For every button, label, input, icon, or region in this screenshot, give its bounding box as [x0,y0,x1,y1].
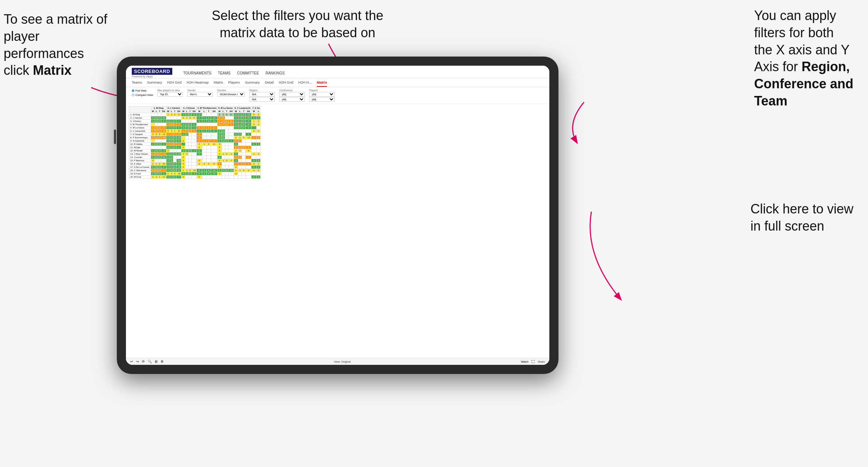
tab-detail[interactable]: Detail [265,78,274,87]
compact-view-option[interactable]: Compact View [132,93,153,97]
compact-view-radio[interactable] [132,94,134,96]
annotation-top-center: Select the filters you want thematrix da… [212,7,383,42]
sub-nav: Teams Summary H2H Grid H2H Heatmap Matri… [126,78,549,87]
screen-icon[interactable]: ⛶ [531,360,535,363]
toolbar-left: ↩ ↪ ⟳ 🔍 ⊞ ⚙ [130,360,164,363]
matrix-table: 1. W Ding 2. L Clanton 3. J Koivun 4. M … [129,106,261,179]
toolbar: ↩ ↪ ⟳ 🔍 ⊞ ⚙ View: Original Watch ⛶ Share [126,358,549,365]
table-row: 10. B Valdes 1101 0100 01011 0 0 11 [129,143,261,146]
grid-icon[interactable]: ⊞ [155,360,158,363]
region-select-1[interactable]: N/A [249,92,275,97]
table-row: 6. C Lamprecht 100-16 24124 3000 1106 00… [129,130,261,133]
share-button[interactable]: Share [538,360,545,363]
scoreboard-logo: SCOREBOARD Powered by clippd [132,68,172,78]
conference-select-2[interactable]: (All) [279,97,305,102]
nav-committee[interactable]: COMMITTEE [237,70,259,77]
settings-icon[interactable]: ⚙ [161,360,164,363]
undo-icon[interactable]: ↩ [130,360,133,363]
table-row: 13. J Skov Olesen 110-3 210-19 10 0 220-… [129,153,261,156]
tablet-screen: SCOREBOARD Powered by clippd TOURNAMENTS… [126,66,549,365]
table-row: 20. M Ford 331-11 0107 0 0 11 [129,175,261,179]
annotation-top-right: You can applyfilters for boththe X axis … [754,7,853,110]
table-row: 14. J Lundin 11010 11 0 0 00-7 [129,156,261,159]
col-clamprecht-header: 6. C Lamprecht [234,107,251,110]
table-row: 4. M Thorbjornsen 1010 1011 0101 110-6 0… [129,123,261,126]
tab-players[interactable]: Players [228,78,240,87]
tablet-frame: SCOREBOARD Powered by clippd TOURNAMENTS… [117,57,558,374]
zoom-icon[interactable]: 🔍 [148,360,152,363]
filter-players: Players (All) (All) [309,89,335,102]
nav-tournaments[interactable]: TOURNAMENTS [183,70,211,77]
filter-gender: Gender Men's [187,89,213,97]
full-view-radio[interactable] [132,89,134,92]
filter-bar: Full View Compact View Max players in vi… [126,87,549,104]
filter-region: Region N/A N/A [249,89,275,102]
toolbar-right: Watch ⛶ Share [521,360,545,363]
col-jkoivun-header: 3. J Koivun [181,107,197,110]
table-row: 3. J Koivun 1102 0102 01013 04011 0103 1… [129,120,261,123]
table-row: 11. M Ege 0101 0 0 0 0104 [129,146,261,149]
table-row: 17. S De La Fuente 2000 110-8 0 0 0 02 [129,166,261,169]
tab-summary2[interactable]: Summary [245,78,260,87]
tab-h2h-grid1[interactable]: H2H Grid [167,78,182,87]
logo-sub: Powered by clippd [132,75,172,78]
table-row: 12. M Riedel 110-6 0 1101 0 0 00-6 [129,149,261,153]
filter-view-options: Full View Compact View [132,89,153,97]
matrix-container[interactable]: 1. W Ding 2. L Clanton 3. J Koivun 4. M … [126,104,549,358]
tab-h2h-grid2[interactable]: H2H Grid [279,78,293,87]
tab-teams[interactable]: Teams [132,78,142,87]
nav-teams[interactable]: TEAMS [218,70,230,77]
annotation-bottom-right: Click here to viewin full screen [750,201,853,235]
reload-icon[interactable]: ⟳ [142,360,145,363]
table-row: 18. C Sherwood 2001 1300 110-15 01013 22… [129,169,261,172]
toolbar-center: View: Original [334,360,350,363]
table-row: 8. P Summerhays 512-48 220-16 0 00 010-1… [129,136,261,139]
players-select-1[interactable]: (All) [309,92,335,97]
table-row: 7. G Sargent 200-16 220-15 00 0 00 003 [129,133,261,136]
gender-select[interactable]: Men's [187,92,213,97]
col-mthorbjornsen-header: 4. M Thorbjornsen [197,107,218,110]
players-select-2[interactable]: (All) [309,97,335,102]
col-lclanton-header: 2. L Clanton [166,107,181,110]
tab-matrix-active[interactable]: Matrix [317,78,327,87]
nav-rankings[interactable]: RANKINGS [265,70,284,77]
main-nav: TOURNAMENTS TEAMS COMMITTEE RANKINGS [183,70,285,77]
table-row: 16. K Vilips 210-25 2204 0 3308 0 0100 0… [129,162,261,166]
scoreboard-header: SCOREBOARD Powered by clippd TOURNAMENTS… [126,66,549,78]
table-row: 5. M La Sasso 100-6 1100 1101 1010 1003 [129,126,261,130]
filter-max-players: Max players in view Top 25 [157,89,183,97]
col-mlasasso-header: 5. M La Sasso [218,107,234,110]
col-player-header [129,107,151,113]
tab-summary1[interactable]: Summary [147,78,162,87]
conference-select-1[interactable]: (All) [279,92,305,97]
region-select-2[interactable]: N/A [249,97,275,102]
table-row: 15. P Maichon 0 11-19 0 0 410-7 1 22 [129,159,261,162]
col-gsa-header: 7. G Sa [251,107,261,110]
tab-h2h-h[interactable]: H2H H... [299,78,312,87]
redo-icon[interactable]: ↪ [136,360,139,363]
filter-conference: Conference (All) (All) [279,89,305,102]
table-row: 19. D Ford 2001 240-20 010-1 01013 0 0 [129,172,261,175]
division-select[interactable]: NCAA Division I [217,92,245,97]
tab-matrix1[interactable]: Matrix [214,78,223,87]
watch-button[interactable]: Watch [521,360,529,363]
table-row: 9. N Gabrelcik 0009 0 0101 1111 01 [129,139,261,143]
logo-main: SCOREBOARD [132,68,172,75]
table-row: 1. W Ding 12011 1100 -2 12017 01013 02 [129,113,261,116]
full-view-option[interactable]: Full View [132,89,153,92]
max-players-select[interactable]: Top 25 [157,92,183,97]
col-wding-header: 1. W Ding [151,107,166,110]
annotation-top-left: To see a matrix of player performances c… [4,11,113,79]
table-row: 2. L Clanton 210-16 0100 11013 00 100-24… [129,116,261,120]
filter-division: Division NCAA Division I [217,89,245,97]
view-label[interactable]: View: Original [334,360,350,363]
tab-h2h-heatmap[interactable]: H2H Heatmap [187,78,208,87]
